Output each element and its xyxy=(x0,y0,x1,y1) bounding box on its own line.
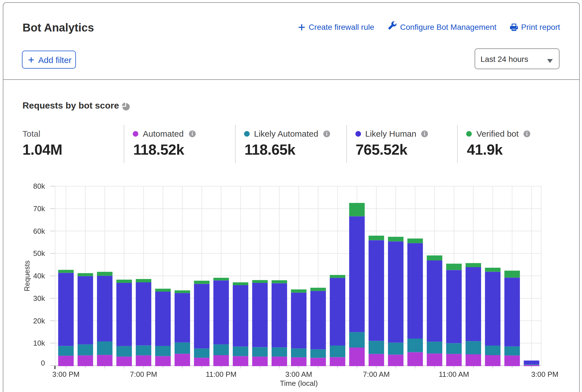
svg-text:Requests: Requests xyxy=(23,260,31,291)
svg-text:60k: 60k xyxy=(33,227,45,235)
svg-text:7:00 PM: 7:00 PM xyxy=(130,370,157,379)
svg-text:3:00 AM: 3:00 AM xyxy=(285,370,312,379)
svg-text:7:00 AM: 7:00 AM xyxy=(363,370,390,379)
svg-text:10k: 10k xyxy=(33,339,45,347)
svg-text:Time (local): Time (local) xyxy=(280,379,318,388)
svg-text:80k: 80k xyxy=(33,182,45,190)
svg-text:40k: 40k xyxy=(33,272,45,280)
svg-text:20k: 20k xyxy=(33,317,45,325)
svg-text:11:00 PM: 11:00 PM xyxy=(206,370,236,379)
svg-text:30k: 30k xyxy=(33,294,45,303)
svg-text:3:00 PM: 3:00 PM xyxy=(531,370,558,379)
svg-text:11:00 AM: 11:00 AM xyxy=(439,370,469,379)
svg-text:70k: 70k xyxy=(33,204,45,213)
svg-text:0: 0 xyxy=(41,359,45,367)
svg-text:3:00 PM: 3:00 PM xyxy=(52,370,80,379)
svg-text:50k: 50k xyxy=(33,249,45,258)
